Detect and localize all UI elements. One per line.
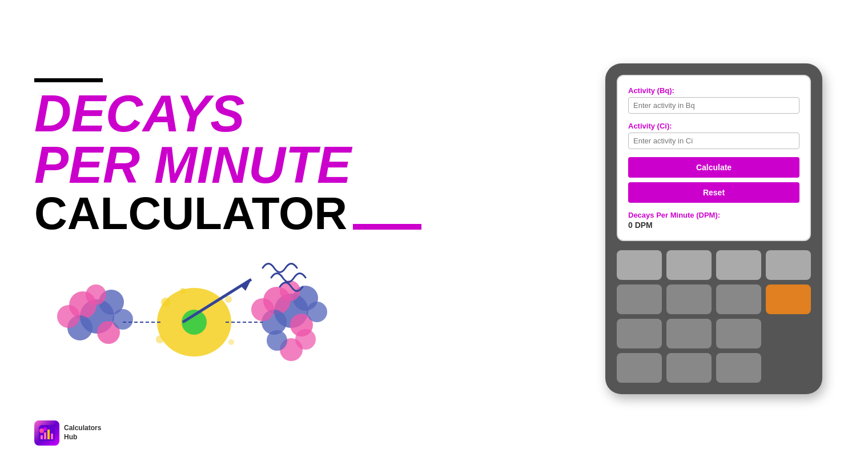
svg-point-2 xyxy=(225,296,232,303)
key-7[interactable] xyxy=(716,284,761,314)
activity-bq-input[interactable] xyxy=(628,97,799,114)
logo-area: Calculators Hub xyxy=(34,420,101,446)
svg-rect-33 xyxy=(47,430,50,439)
calculator-body: Activity (Bq): Activity (Ci): Calculate … xyxy=(605,63,822,394)
key-10[interactable] xyxy=(716,319,761,348)
svg-point-1 xyxy=(161,298,170,307)
title-calculator: CALCULATOR xyxy=(34,191,423,236)
svg-rect-34 xyxy=(51,434,53,439)
svg-rect-32 xyxy=(44,432,46,439)
svg-point-21 xyxy=(307,302,327,322)
logo-text: Calculators Hub xyxy=(64,424,101,442)
right-section: Activity (Bq): Activity (Ci): Calculate … xyxy=(594,63,834,394)
key-13[interactable] xyxy=(716,353,761,383)
svg-point-13 xyxy=(112,309,133,330)
key-orange[interactable] xyxy=(766,284,811,314)
result-label: Decays Per Minute (DPM): xyxy=(628,211,799,219)
svg-rect-31 xyxy=(41,435,43,439)
result-value: 0 DPM xyxy=(628,221,799,230)
key-6[interactable] xyxy=(666,284,712,314)
logo-line1: Calculators xyxy=(64,424,101,433)
keypad xyxy=(617,250,811,383)
key-3[interactable] xyxy=(716,250,761,280)
key-12[interactable] xyxy=(666,353,712,383)
key-5[interactable] xyxy=(617,284,662,314)
atom-illustration xyxy=(34,248,377,379)
title-decays: DECAYS xyxy=(34,88,423,139)
svg-point-5 xyxy=(180,288,186,294)
purple-underbar xyxy=(353,224,421,230)
svg-point-4 xyxy=(228,339,234,345)
activity-bq-label: Activity (Bq): xyxy=(628,86,799,95)
key-8[interactable] xyxy=(617,319,662,348)
svg-point-36 xyxy=(43,427,47,431)
left-section: DECAYS PER MINUTE CALCULATOR xyxy=(34,78,423,379)
key-4[interactable] xyxy=(766,250,811,280)
calculate-button[interactable]: Calculate xyxy=(628,157,799,178)
svg-point-35 xyxy=(39,428,44,433)
key-2[interactable] xyxy=(666,250,712,280)
key-11[interactable] xyxy=(617,353,662,383)
reset-button[interactable]: Reset xyxy=(628,182,799,203)
activity-ci-label: Activity (Ci): xyxy=(628,122,799,130)
svg-point-11 xyxy=(86,284,106,305)
svg-point-12 xyxy=(57,305,80,328)
title-per-minute: PER MINUTE xyxy=(34,139,423,191)
key-1[interactable] xyxy=(617,250,662,280)
svg-marker-27 xyxy=(240,279,251,291)
svg-point-24 xyxy=(295,329,316,350)
calculator-screen: Activity (Bq): Activity (Ci): Calculate … xyxy=(617,75,811,241)
black-bar-top xyxy=(34,78,103,82)
svg-point-23 xyxy=(267,330,287,351)
svg-point-20 xyxy=(251,298,274,321)
svg-point-3 xyxy=(156,335,164,343)
logo-icon xyxy=(34,420,59,446)
key-9[interactable] xyxy=(666,319,712,348)
activity-ci-input[interactable] xyxy=(628,133,799,149)
logo-line2: Hub xyxy=(64,433,101,442)
title-block: DECAYS PER MINUTE CALCULATOR xyxy=(34,78,423,236)
